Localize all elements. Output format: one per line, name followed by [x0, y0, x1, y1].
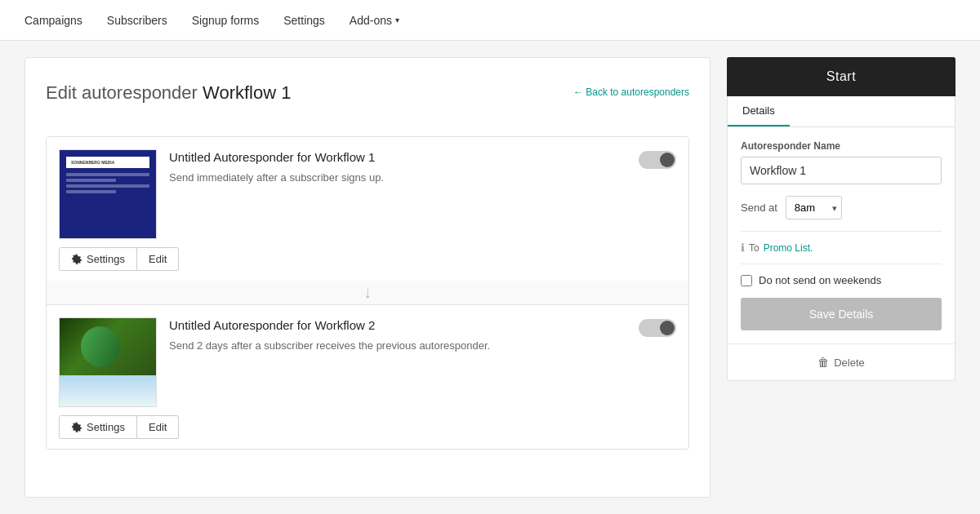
ar-description-2: Send 2 days after a subscriber receives … [169, 339, 676, 353]
left-panel: Edit autoresponder Workflow 1 Back to au… [24, 57, 710, 498]
ar-actions-1: Settings Edit [47, 247, 688, 281]
ar-thumbnail-2 [59, 317, 157, 407]
autoresponders-list: ⇅ SONNENBERG MEDIA [46, 136, 689, 450]
divider-2 [741, 264, 942, 264]
details-tabs: Details [728, 96, 955, 127]
ar-item-2: Untitled Autoresponder for Workflow 2 Se… [47, 305, 688, 449]
weekend-checkbox[interactable] [741, 275, 752, 286]
autoresponder-name-label: Autoresponder Name [741, 140, 942, 152]
ar-title-1: Untitled Autoresponder for Workflow 1 [169, 149, 375, 166]
trash-icon: 🗑 [817, 356, 829, 369]
promo-prefix: To [749, 242, 760, 254]
tab-details[interactable]: Details [728, 96, 790, 126]
send-at-select[interactable]: 8am 9am 10am 11am 12pm [786, 196, 842, 219]
save-details-button[interactable]: Save Details [741, 298, 942, 330]
nav-add-ons[interactable]: Add-ons ▾ [350, 10, 399, 31]
gear-icon-1 [71, 254, 82, 265]
down-arrow-icon: ↓ [363, 283, 372, 302]
back-link[interactable]: Back to autoresponders [573, 86, 689, 98]
ar-edit-button-1[interactable]: Edit [137, 247, 179, 271]
ar-item-wrapper-1: ⇅ SONNENBERG MEDIA [47, 137, 688, 281]
ar-info-1: Untitled Autoresponder for Workflow 1 Se… [169, 149, 676, 185]
main-layout: Edit autoresponder Workflow 1 Back to au… [0, 41, 980, 514]
send-at-select-wrapper: 8am 9am 10am 11am 12pm [786, 196, 842, 219]
ar-toggle-2[interactable] [639, 319, 676, 337]
ar-title-2: Untitled Autoresponder for Workflow 2 [169, 317, 375, 334]
delete-label: Delete [834, 357, 865, 369]
ar-edit-button-2[interactable]: Edit [137, 415, 179, 439]
send-at-row: Send at 8am 9am 10am 11am 12pm [741, 196, 942, 219]
weekend-checkbox-row: Do not send on weekends [741, 274, 942, 286]
info-icon: ℹ [741, 241, 745, 254]
gear-icon-2 [71, 422, 82, 433]
chevron-down-icon: ▾ [395, 16, 399, 24]
ar-settings-button-1[interactable]: Settings [59, 247, 137, 271]
promo-list-link[interactable]: Promo List. [764, 242, 813, 254]
ar-actions-2: Settings Edit [47, 415, 688, 449]
delete-row[interactable]: 🗑 Delete [728, 344, 955, 380]
nav-settings[interactable]: Settings [283, 10, 325, 31]
nav-signup-forms[interactable]: Signup forms [192, 10, 259, 31]
autoresponder-name-input[interactable] [741, 157, 942, 184]
top-nav: Campaigns Subscribers Signup forms Setti… [0, 0, 980, 41]
ar-thumbnail-1: SONNENBERG MEDIA [59, 149, 157, 239]
ar-item-1: ⇅ SONNENBERG MEDIA [47, 137, 688, 281]
between-arrow: ↓ [47, 281, 688, 305]
details-panel: Details Autoresponder Name Send at 8am 9… [727, 96, 956, 381]
ar-item-wrapper-2: Untitled Autoresponder for Workflow 2 Se… [47, 305, 688, 449]
ar-description-1: Send immediately after a subscriber sign… [169, 171, 676, 185]
nav-campaigns[interactable]: Campaigns [24, 10, 82, 31]
details-content: Autoresponder Name Send at 8am 9am 10am … [728, 127, 955, 343]
ar-toggle-1[interactable] [639, 151, 676, 169]
start-button[interactable]: Start [727, 57, 956, 96]
page-title: Edit autoresponder Workflow 1 [46, 82, 291, 104]
nav-subscribers[interactable]: Subscribers [107, 10, 167, 31]
ar-settings-button-2[interactable]: Settings [59, 415, 137, 439]
weekend-label[interactable]: Do not send on weekends [759, 274, 881, 286]
ar-info-2: Untitled Autoresponder for Workflow 2 Se… [169, 317, 676, 353]
right-panel: Start Details Autoresponder Name Send at… [727, 57, 956, 498]
promo-list-row: ℹ To Promo List. [741, 241, 942, 254]
divider-1 [741, 231, 942, 232]
send-at-label: Send at [741, 202, 777, 214]
